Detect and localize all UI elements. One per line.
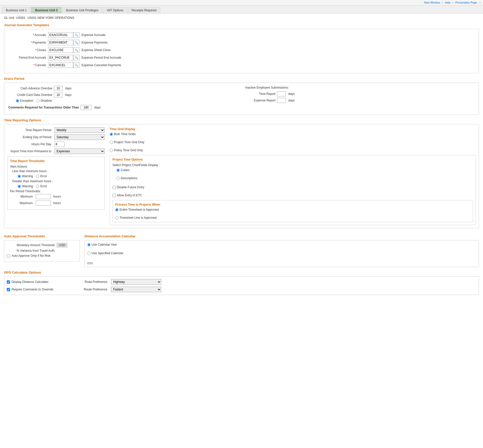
process-time-box: Process Time to Projects When Entire Tim… <box>112 200 473 222</box>
distance-accumulation-column: Distance Accumulation Calendar Use Calen… <box>85 232 479 267</box>
minimum-input[interactable] <box>36 194 51 199</box>
thresholds-box: Time Report Thresholds Alert Actions: Le… <box>7 157 105 210</box>
closes-row: Closes 🔍 Expense Sheet Close <box>8 47 475 53</box>
grace-period-header: Grace Period <box>4 77 479 81</box>
greater-warning-radio[interactable] <box>18 185 21 188</box>
display-distance-label[interactable]: Display Distance Calculator <box>7 280 77 284</box>
both-grids-label[interactable]: Both Time Grids <box>110 132 476 136</box>
period-end-input[interactable] <box>48 55 73 60</box>
descriptions-radio[interactable] <box>116 177 120 180</box>
variance-label: % Variance from Travel Auth <box>7 249 55 252</box>
policy-only-radio[interactable] <box>110 149 113 152</box>
maximum-input[interactable] <box>36 201 51 206</box>
hours-per-day-input[interactable] <box>54 141 64 147</box>
tab-business-unit-2[interactable]: Business Unit 2 <box>31 7 61 13</box>
cancels-search-button[interactable]: 🔍 <box>73 62 79 68</box>
route-preference-select[interactable]: Fastest Shortest Economical <box>111 287 161 292</box>
allow-entry-etc-checkbox[interactable] <box>112 194 116 197</box>
tab-business-unit-1[interactable]: Business Unit 1 <box>2 7 30 13</box>
project-only-radio[interactable] <box>110 141 113 144</box>
period-end-desc: Expense Period End Accruals <box>82 56 121 59</box>
closes-search-button[interactable]: 🔍 <box>73 47 79 53</box>
import-time-select[interactable]: Expenses Time <box>54 148 105 154</box>
distance-calendar-button[interactable] <box>87 262 93 264</box>
help-link[interactable]: Help <box>445 1 451 4</box>
hours-per-day-row: Hours Per Day <box>7 141 105 147</box>
tab-bar: Business Unit 1 Business Unit 2 Business… <box>0 6 483 14</box>
allow-entry-etc-label[interactable]: Allow Entry of ETC <box>112 194 473 197</box>
disallow-radio[interactable] <box>36 99 40 102</box>
less-warning-label[interactable]: Warning <box>18 174 33 178</box>
greater-warning-label[interactable]: Warning <box>18 184 33 188</box>
ending-day-select[interactable]: Sunday Monday Tuesday Wednesday Thursday… <box>54 134 105 140</box>
minimum-label: Minimum <box>15 195 33 198</box>
ending-day-row: Ending Day of Period Sunday Monday Tuesd… <box>7 134 105 140</box>
accruals-desc: Expense Accruals <box>82 33 105 37</box>
disable-future-entry-label[interactable]: Disable Future Entry <box>112 185 473 189</box>
less-error-label[interactable]: Error <box>36 174 47 178</box>
greater-error-label[interactable]: Error <box>36 184 47 188</box>
codes-radio-label[interactable]: Codes <box>116 168 473 172</box>
tab-vat-options[interactable]: VAT Options <box>103 7 127 13</box>
time-period-select[interactable]: Weekly Bi-Weekly Monthly <box>54 127 105 133</box>
payments-search-button[interactable]: 🔍 <box>73 40 79 45</box>
disallow-radio-label[interactable]: Disallow <box>36 99 52 102</box>
inactive-employee-label: Inactive Employee Submissions: <box>245 86 475 89</box>
accruals-input[interactable] <box>48 32 73 38</box>
comments-required-input[interactable] <box>80 105 92 110</box>
accruals-row: Accruals 🔍 Expense Accruals <box>8 32 475 38</box>
less-error-radio[interactable] <box>36 175 39 178</box>
auto-approve-label[interactable]: Auto Approve Only if No Risk <box>7 254 51 257</box>
cash-advance-input[interactable] <box>54 86 63 91</box>
project-only-label[interactable]: Project Time Grid Only <box>110 140 476 144</box>
expense-report-days-input[interactable] <box>277 98 286 103</box>
accruals-search-button[interactable]: 🔍 <box>73 32 79 38</box>
policy-only-label[interactable]: Policy Time Grid Only <box>110 148 476 152</box>
bottom-grid: Auto Approval Thresholds Monetary Amount… <box>4 232 479 267</box>
less-warning-radio[interactable] <box>18 175 21 178</box>
alert-actions-label: Alert Actions: <box>10 165 102 168</box>
cash-advance-row: Cash Advance Overdue days <box>8 86 238 91</box>
road-preference-select[interactable]: Highway Local Any <box>111 279 161 285</box>
entire-timesheet-label[interactable]: Entire Timesheet is Approved <box>115 208 470 211</box>
use-calendar-year-label[interactable]: Use Calendar Year <box>87 243 476 246</box>
entire-timesheet-radio[interactable] <box>115 208 118 211</box>
greater-error-radio[interactable] <box>36 185 39 188</box>
use-specified-calendar-label[interactable]: Use Specified Calendar <box>87 251 476 255</box>
timesheet-line-label[interactable]: Timesheet Line is Approved <box>115 216 470 219</box>
payments-row: Payments 🔍 Expense Payments <box>8 40 475 45</box>
exception-radio-label[interactable]: Exception <box>16 99 33 102</box>
road-preference-label: Road Preference <box>77 280 107 284</box>
payments-input[interactable] <box>48 40 73 45</box>
journal-generator-header: Journal Generator Templates <box>4 23 479 27</box>
codes-radio[interactable] <box>116 169 120 172</box>
tab-receipts-required[interactable]: Receipts Required <box>128 7 160 13</box>
closes-input[interactable] <box>48 47 73 53</box>
tab-business-unit-privileges[interactable]: Business Unit Privileges <box>62 7 102 13</box>
both-grids-radio[interactable] <box>110 133 113 136</box>
new-window-link[interactable]: New Window <box>424 1 440 4</box>
greater-than-label: Greater than maximum hours : <box>12 179 102 183</box>
use-specified-calendar-radio[interactable] <box>87 252 91 255</box>
display-distance-checkbox[interactable] <box>7 280 10 284</box>
personalize-page-link[interactable]: Personalize Page <box>455 1 477 4</box>
exception-radio[interactable] <box>16 99 19 102</box>
credit-card-input[interactable] <box>54 92 63 97</box>
period-end-search-button[interactable]: 🔍 <box>73 55 79 60</box>
monetary-amount-row: Monetary Amount Threshold USD <box>7 243 77 247</box>
gps-row-2: Require Comments to Override Route Prefe… <box>7 287 476 292</box>
timesheet-line-radio[interactable] <box>115 216 118 219</box>
payments-desc: Expense Payments <box>82 41 107 44</box>
use-calendar-year-radio[interactable] <box>87 243 91 246</box>
comments-required-row: Comments Required for Transactions Older… <box>8 105 238 110</box>
disable-future-entry-checkbox[interactable] <box>112 186 116 189</box>
require-comments-checkbox[interactable] <box>7 288 10 291</box>
expense-report-unit: days <box>288 99 295 102</box>
require-comments-label[interactable]: Require Comments to Override <box>7 288 77 291</box>
auto-approve-checkbox[interactable] <box>7 254 10 257</box>
time-report-days-input[interactable] <box>277 91 286 96</box>
descriptions-radio-label[interactable]: Descriptions <box>116 176 473 180</box>
cancels-input[interactable] <box>48 62 73 68</box>
comments-required-label: Comments Required for Transactions Older… <box>8 106 79 109</box>
project-time-box: Project Time Options Select Project Char… <box>110 155 476 225</box>
